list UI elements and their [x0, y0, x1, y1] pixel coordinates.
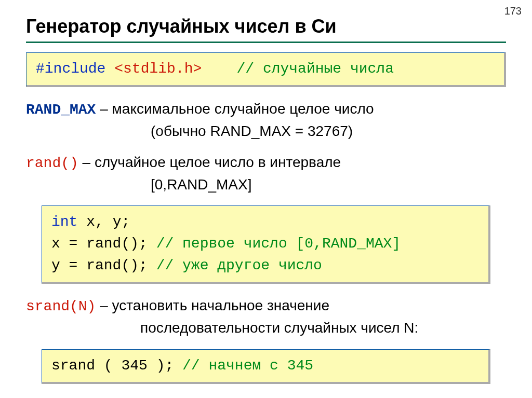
rand-call-1: x = rand(); — [51, 236, 156, 252]
title-underline — [26, 42, 506, 43]
srand-comment: // начнем с 345 — [182, 358, 313, 374]
randmax-paragraph: RAND_MAX – максимальное случайное целое … — [26, 99, 506, 142]
page-number: 173 — [504, 5, 522, 17]
randmax-desc2: (обычно RAND_MAX = 32767) — [26, 121, 506, 142]
page-title: Генератор случайных чисел в Си — [26, 16, 506, 37]
code-box-srand: srand ( 345 ); // начнем с 345 — [42, 349, 490, 384]
rand-desc1: – случайное целое число в интервале — [83, 154, 341, 170]
rand-comment-2: // уже другое число — [156, 257, 322, 273]
srand-call: srand ( 345 ); — [51, 358, 182, 374]
include-header: <stdlib.h> — [114, 61, 202, 77]
srand-desc1: – установить начальное значение — [96, 297, 329, 313]
include-keyword: #include — [36, 61, 114, 77]
randmax-term: RAND_MAX — [26, 102, 96, 118]
code-box-include: #include <stdlib.h> // случайные числа — [26, 52, 506, 87]
include-comment: // случайные числа — [236, 61, 393, 77]
rand-spacer — [78, 154, 83, 170]
rand-desc2: [0,RAND_MAX] — [26, 174, 506, 196]
rand-comment-1: // первое число [0,RAND_MAX] — [156, 236, 401, 252]
code-box-rand-example: int x, y; x = rand(); // первое число [0… — [42, 205, 490, 284]
rand-call-2: y = rand(); — [51, 257, 156, 273]
rand-term: rand() — [26, 155, 78, 171]
srand-paragraph: srand(N) – установить начальное значение… — [26, 295, 506, 338]
srand-term: srand(N) — [26, 298, 96, 314]
randmax-desc1: – максимальное случайное целое число — [96, 101, 374, 117]
int-keyword: int — [51, 214, 77, 230]
srand-desc2: последовательности случайных чисел N: — [26, 318, 506, 339]
var-decl: x, y; — [77, 214, 130, 230]
rand-paragraph: rand() – случайное целое число в интерва… — [26, 152, 506, 195]
slide-content: Генератор случайных чисел в Си #include … — [0, 0, 532, 398]
spacer — [202, 61, 236, 77]
